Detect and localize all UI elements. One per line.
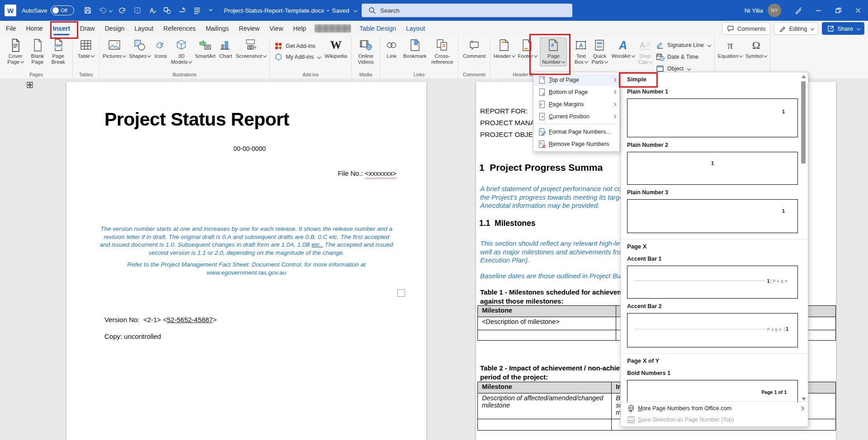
preview-page-number: 1 bbox=[711, 160, 714, 166]
svg-text:#: # bbox=[540, 129, 542, 133]
scrollbar-thumb[interactable] bbox=[801, 81, 806, 164]
tab-home[interactable]: Home bbox=[21, 21, 48, 36]
avatar[interactable]: NY bbox=[768, 4, 781, 17]
signature-line-button[interactable]: Signature Line bbox=[656, 40, 711, 51]
tab-file[interactable]: File bbox=[1, 21, 21, 36]
share-button[interactable]: Share bbox=[822, 22, 864, 35]
wrap-arrow-icon[interactable] bbox=[178, 6, 187, 15]
report-line: PROJECT OBJEC bbox=[480, 129, 538, 140]
document-page-1[interactable]: Project Status Report 00-00-0000 File No… bbox=[66, 82, 426, 440]
search-input[interactable]: Search bbox=[362, 4, 572, 17]
blank-page-icon bbox=[32, 38, 43, 52]
comment-bubble-icon bbox=[726, 24, 735, 33]
shapes-draw-icon[interactable] bbox=[163, 6, 172, 15]
paragraph-line: and issued document is 1.0. Subsequent c… bbox=[88, 241, 405, 249]
user-name[interactable]: Ni Yilia bbox=[745, 7, 763, 14]
smartart-button[interactable]: SmartArt bbox=[195, 38, 215, 59]
tab-table-design[interactable]: Table Design bbox=[354, 21, 401, 36]
report-line: PROJECT MANA bbox=[480, 117, 538, 129]
button-label: Date & Time bbox=[667, 54, 698, 60]
scroll-down-icon[interactable] bbox=[802, 398, 806, 401]
link-button[interactable]: Link bbox=[385, 38, 398, 59]
undo-icon[interactable] bbox=[98, 6, 107, 15]
tab-insert[interactable]: Insert bbox=[48, 21, 75, 36]
comments-button[interactable]: Comments bbox=[722, 22, 770, 35]
gallery-item-plain-number-3[interactable]: 1 bbox=[627, 199, 798, 233]
tab-help[interactable]: Help bbox=[288, 21, 311, 36]
chart-button[interactable]: Chart bbox=[219, 38, 232, 59]
bookmark-button[interactable]: Bookmark bbox=[403, 38, 427, 59]
table-move-handle-icon[interactable] bbox=[26, 81, 33, 89]
doc-file-no: File No.: <xxxxxxx> bbox=[338, 169, 396, 177]
ink-editor-icon[interactable] bbox=[148, 6, 157, 15]
gallery-item-plain-number-1[interactable]: 1 bbox=[627, 98, 798, 137]
get-add-ins-button[interactable]: Get Add-ins bbox=[274, 41, 321, 51]
report-line: REPORT FOR: bbox=[480, 105, 538, 117]
touch-mode-icon[interactable] bbox=[133, 6, 142, 15]
autosave-toggle[interactable]: Off bbox=[51, 5, 74, 15]
page-number-button[interactable]: #Page Number bbox=[540, 37, 567, 66]
menu-item-current-position[interactable]: #Current Position bbox=[533, 110, 619, 122]
equation-button[interactable]: πEquation bbox=[718, 38, 742, 59]
menu-item-remove-page-numbers[interactable]: #Remove Page Numbers bbox=[533, 138, 619, 150]
text-box-button[interactable]: AText Box bbox=[574, 38, 588, 65]
3d-models-button[interactable]: 3D Models bbox=[171, 38, 192, 65]
scroll-up-icon[interactable] bbox=[802, 75, 806, 78]
gallery-item-accent-bar-1[interactable]: 1|Page bbox=[627, 266, 798, 299]
tab-view[interactable]: View bbox=[264, 21, 288, 36]
table-cell bbox=[478, 419, 612, 431]
paragraph-line: Refer to the Project Management Fact She… bbox=[88, 261, 405, 269]
gallery-item-accent-bar-2[interactable]: Page|1 bbox=[627, 313, 798, 347]
wordart-button[interactable]: AWordArt bbox=[612, 38, 635, 59]
cross-reference-button[interactable]: Cross- reference bbox=[431, 38, 453, 65]
tab-layout[interactable]: Layout bbox=[129, 21, 158, 36]
quick-parts-button[interactable]: Quick Parts bbox=[591, 38, 608, 65]
icons-button[interactable]: Icons bbox=[154, 38, 168, 59]
tab-design[interactable]: Design bbox=[100, 21, 130, 36]
menu-item-bottom-of-page[interactable]: #Bottom of Page bbox=[533, 86, 619, 98]
restore-button[interactable] bbox=[828, 0, 848, 21]
minimize-button[interactable] bbox=[808, 0, 828, 21]
qat-more-icon[interactable] bbox=[208, 6, 214, 15]
table-header-cell: Milestone bbox=[478, 382, 612, 393]
tab-layout[interactable]: Layout bbox=[401, 21, 430, 36]
gallery-item-bold-numbers-1[interactable]: Page 1 of 1 bbox=[627, 380, 798, 403]
editing-mode-button[interactable]: Editing bbox=[774, 22, 819, 35]
redo-icon[interactable] bbox=[118, 6, 127, 15]
gallery-item-plain-number-2[interactable]: 1 bbox=[627, 152, 798, 185]
chevron-down-icon[interactable] bbox=[109, 9, 113, 12]
tab-draw[interactable]: Draw bbox=[75, 21, 100, 36]
menu-item-top-of-page[interactable]: #Top of Page bbox=[533, 74, 619, 86]
tab-review[interactable]: Review bbox=[234, 21, 264, 36]
document-title-area[interactable]: Project-Status-Report-Template.docx • Sa… bbox=[224, 7, 356, 14]
comment-button[interactable]: Comment bbox=[463, 38, 486, 59]
blank-page-button[interactable]: Blank Page bbox=[31, 38, 44, 65]
save-icon[interactable] bbox=[83, 6, 92, 15]
tab-references[interactable]: References bbox=[158, 21, 201, 36]
footer-button[interactable]: Footer bbox=[518, 38, 537, 59]
tab-mailings[interactable]: Mailings bbox=[201, 21, 234, 36]
date-time-button[interactable]: Date & Time bbox=[656, 51, 711, 62]
pictures-button[interactable]: Pictures bbox=[103, 38, 126, 59]
page-number-bottom-icon: # bbox=[537, 88, 547, 96]
header-button[interactable]: Header bbox=[494, 38, 515, 59]
screenshot-button[interactable]: Screenshot bbox=[236, 38, 266, 59]
cover-page-button[interactable]: Cover Page bbox=[7, 38, 24, 65]
online-videos-button[interactable]: Online Videos bbox=[358, 38, 374, 65]
drop-cap-button[interactable]: ADrop Cap bbox=[638, 38, 652, 65]
shapes-button[interactable]: Shapes bbox=[129, 38, 151, 59]
gallery-scrollbar[interactable] bbox=[801, 74, 807, 402]
gallery-footer-more-page-numbers-from-office-com[interactable]: More Page Numbers from Office.com bbox=[621, 403, 808, 414]
ribbon-group-comments: CommentComments bbox=[458, 36, 491, 78]
wikipedia-button[interactable]: WWikipedia bbox=[325, 38, 347, 59]
table-button[interactable]: Table bbox=[78, 38, 94, 59]
close-button[interactable] bbox=[848, 0, 868, 21]
save-selection-icon bbox=[626, 415, 636, 424]
page-break-button[interactable]: Page Break bbox=[52, 38, 65, 65]
menu-item-page-margins[interactable]: #Page Margins bbox=[533, 98, 619, 110]
line-spacing-icon[interactable] bbox=[193, 6, 202, 15]
my-add-ins-button[interactable]: My Add-ins bbox=[274, 51, 321, 62]
draw-mode-icon[interactable] bbox=[788, 0, 808, 21]
symbol-button[interactable]: ΩSymbol bbox=[745, 38, 767, 59]
menu-item-format-page-numbers[interactable]: #Format Page Numbers... bbox=[533, 126, 619, 138]
